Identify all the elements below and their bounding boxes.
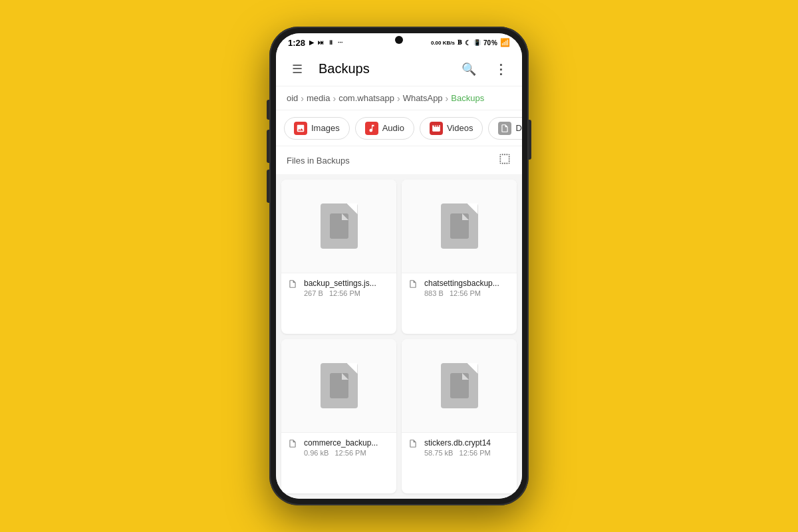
pause-icon: ⏸ bbox=[328, 39, 334, 46]
vibrate-icon: 📳 bbox=[473, 39, 481, 46]
audio-chip-label: Audio bbox=[382, 123, 404, 133]
files-count-label: Files in Backups bbox=[287, 156, 350, 166]
chip-videos[interactable]: Videos bbox=[420, 117, 483, 140]
svg-rect-1 bbox=[450, 213, 469, 239]
network-speed: 0.00 KB/s bbox=[431, 40, 455, 46]
file-name-1: backup_settings.js... bbox=[304, 279, 390, 288]
mute-button bbox=[267, 100, 269, 120]
skip-icon: ⏭ bbox=[318, 39, 324, 46]
file-doc-icon-1 bbox=[321, 203, 358, 249]
breadcrumb-item-comwhatsapp[interactable]: com.whatsapp bbox=[338, 93, 394, 103]
chip-images[interactable]: Images bbox=[284, 117, 350, 140]
file-preview-4 bbox=[402, 339, 517, 432]
file-name-3: commerce_backup... bbox=[304, 438, 390, 448]
page-title: Backups bbox=[319, 61, 448, 76]
svg-rect-3 bbox=[450, 373, 469, 398]
breadcrumb: oid › media › com.whatsapp › WhatsApp › … bbox=[276, 86, 522, 110]
battery-icon: 70% bbox=[483, 39, 497, 47]
breadcrumb-item-backups[interactable]: Backups bbox=[451, 93, 484, 103]
file-meta-4: 58.75 kB 12:56 PM bbox=[424, 449, 510, 457]
dots-icon: ··· bbox=[338, 39, 343, 46]
status-right: 0.00 KB/s 𝐁 ☾ 📳 70% 📶 bbox=[431, 38, 510, 47]
file-meta-1: 267 B 12:56 PM bbox=[304, 289, 390, 297]
file-type-icon-1 bbox=[288, 279, 299, 290]
file-size-4: 58.75 kB bbox=[424, 449, 453, 457]
battery-level: 70 bbox=[483, 39, 491, 47]
chip-documents[interactable]: Documents bbox=[488, 117, 522, 140]
chip-audio[interactable]: Audio bbox=[355, 117, 414, 140]
file-doc-icon-2 bbox=[441, 203, 478, 249]
file-details-3: commerce_backup... 0.96 kB 12:56 PM bbox=[304, 438, 390, 457]
camera-notch bbox=[395, 36, 403, 44]
volume-down-button bbox=[267, 170, 269, 203]
grid-view-button[interactable] bbox=[498, 152, 511, 169]
videos-chip-label: Videos bbox=[447, 123, 473, 133]
file-size-2: 883 B bbox=[424, 289, 444, 297]
file-type-icon-2 bbox=[408, 279, 419, 290]
file-card-4[interactable]: stickers.db.crypt14 58.75 kB 12:56 PM bbox=[402, 339, 517, 493]
images-chip-icon bbox=[294, 122, 307, 135]
file-preview-2 bbox=[402, 180, 517, 273]
file-info-2: chatsettingsbackup... 883 B 12:56 PM bbox=[402, 273, 517, 303]
file-info-4: stickers.db.crypt14 58.75 kB 12:56 PM bbox=[402, 432, 517, 462]
bluetooth-icon: 𝐁 bbox=[458, 39, 462, 47]
files-header: Files in Backups bbox=[276, 146, 522, 174]
menu-button[interactable]: ☰ bbox=[287, 59, 308, 80]
file-card-3[interactable]: commerce_backup... 0.96 kB 12:56 PM bbox=[281, 339, 396, 493]
file-preview-1 bbox=[281, 180, 396, 273]
breadcrumb-sep-1: › bbox=[301, 93, 304, 104]
file-meta-2: 883 B 12:56 PM bbox=[424, 289, 510, 297]
file-time-3: 12:56 PM bbox=[334, 449, 366, 457]
more-options-button[interactable]: ⋮ bbox=[490, 59, 511, 80]
file-details-1: backup_settings.js... 267 B 12:56 PM bbox=[304, 279, 390, 297]
search-button[interactable]: 🔍 bbox=[458, 59, 479, 80]
filter-bar: Images Audio Videos Documents bbox=[276, 110, 522, 146]
file-info-3: commerce_backup... 0.96 kB 12:56 PM bbox=[281, 432, 396, 462]
file-type-icon-3 bbox=[288, 439, 299, 450]
file-time-1: 12:56 PM bbox=[329, 289, 360, 297]
svg-rect-2 bbox=[330, 373, 348, 398]
play-icon: ▶ bbox=[309, 39, 314, 46]
breadcrumb-sep-4: › bbox=[446, 93, 449, 104]
more-icon: ⋮ bbox=[494, 61, 507, 77]
file-info-1: backup_settings.js... 267 B 12:56 PM bbox=[281, 273, 396, 303]
file-card-1[interactable]: backup_settings.js... 267 B 12:56 PM bbox=[281, 180, 396, 334]
documents-chip-label: Documents bbox=[515, 123, 522, 133]
phone-screen: 1:28 ▶ ⏭ ⏸ ··· 0.00 KB/s 𝐁 ☾ 📳 70% 📶 bbox=[276, 33, 522, 499]
images-chip-label: Images bbox=[311, 123, 340, 133]
file-details-4: stickers.db.crypt14 58.75 kB 12:56 PM bbox=[424, 438, 510, 457]
breadcrumb-sep-2: › bbox=[332, 93, 336, 104]
hamburger-icon: ☰ bbox=[292, 62, 303, 76]
app-bar: ☰ Backups 🔍 ⋮ bbox=[276, 52, 522, 86]
file-grid: backup_settings.js... 267 B 12:56 PM bbox=[276, 174, 522, 499]
wifi-icon: 📶 bbox=[500, 38, 510, 47]
search-icon: 🔍 bbox=[462, 62, 476, 76]
file-meta-3: 0.96 kB 12:56 PM bbox=[304, 449, 390, 457]
file-time-2: 12:56 PM bbox=[450, 289, 481, 297]
file-name-2: chatsettingsbackup... bbox=[424, 279, 510, 288]
file-size-3: 0.96 kB bbox=[304, 449, 329, 457]
breadcrumb-item-android[interactable]: oid bbox=[287, 93, 298, 103]
file-time-4: 12:56 PM bbox=[460, 449, 491, 457]
videos-chip-icon bbox=[430, 122, 443, 135]
moon-icon: ☾ bbox=[465, 39, 471, 47]
file-type-icon-4 bbox=[408, 439, 419, 450]
docs-chip-icon bbox=[498, 122, 511, 135]
status-time: 1:28 bbox=[288, 38, 305, 48]
file-preview-3 bbox=[281, 339, 396, 432]
volume-up-button bbox=[267, 130, 269, 163]
file-card-2[interactable]: chatsettingsbackup... 883 B 12:56 PM bbox=[402, 180, 517, 334]
file-doc-icon-3 bbox=[321, 363, 358, 408]
breadcrumb-item-media[interactable]: media bbox=[307, 93, 330, 103]
power-button bbox=[529, 120, 531, 160]
breadcrumb-item-whatsapp[interactable]: WhatsApp bbox=[403, 93, 443, 103]
phone-frame: 1:28 ▶ ⏭ ⏸ ··· 0.00 KB/s 𝐁 ☾ 📳 70% 📶 bbox=[269, 27, 529, 505]
breadcrumb-sep-3: › bbox=[397, 93, 400, 104]
status-left: 1:28 ▶ ⏭ ⏸ ··· bbox=[288, 38, 343, 48]
file-doc-icon-4 bbox=[441, 363, 478, 408]
svg-rect-0 bbox=[330, 213, 348, 239]
file-name-4: stickers.db.crypt14 bbox=[424, 438, 510, 448]
file-size-1: 267 B bbox=[304, 289, 323, 297]
audio-chip-icon bbox=[365, 122, 378, 135]
file-details-2: chatsettingsbackup... 883 B 12:56 PM bbox=[424, 279, 510, 297]
